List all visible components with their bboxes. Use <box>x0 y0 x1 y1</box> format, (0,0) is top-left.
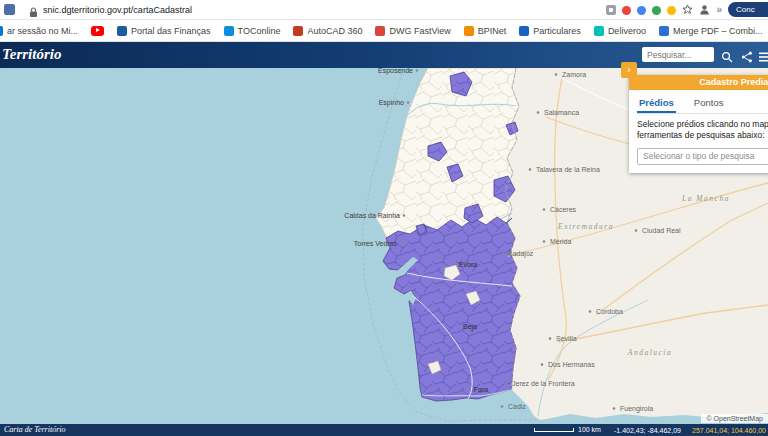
statusbar-values: 257.041,04; 104.460,00 <box>692 427 766 434</box>
map-label-es-city: Ciudad Real <box>642 227 681 234</box>
site-logo[interactable]: Território <box>2 46 61 63</box>
bookmark-favicon <box>224 26 234 36</box>
map-label-pt-town: Espinho <box>379 99 404 107</box>
page-favicon-icon <box>4 4 15 15</box>
map-label-es-city: Mérida <box>550 238 572 245</box>
bookmark-item[interactable]: Particulares <box>519 26 581 36</box>
bookmark-item[interactable]: Deliveroo <box>594 26 646 36</box>
map-label-es-city: Cádiz <box>508 403 526 410</box>
extension-icon-red[interactable] <box>622 6 631 15</box>
map-label-es-city: Sevilla <box>556 335 577 342</box>
bookmark-label: Deliveroo <box>608 26 646 36</box>
favorites-star-icon[interactable] <box>682 1 693 19</box>
map-label-selected-town: Beja <box>463 323 477 331</box>
bookmark-label: DWG FastView <box>389 26 450 36</box>
panel-title: Cadastro Predial <box>629 75 768 90</box>
cadastro-predial-panel: Cadastro Predial Prédios Pontos Selecion… <box>629 75 768 173</box>
browser-extension-icons: » <box>606 4 722 16</box>
extensions-puzzle-icon[interactable] <box>606 5 616 15</box>
map-label-es-city: Badajoz <box>508 250 534 258</box>
map-label-selected-town: Faro <box>474 386 489 393</box>
map-attribution[interactable]: © OpenStreetMap <box>701 414 768 423</box>
youtube-icon <box>91 26 104 36</box>
cursor-coordinates: -1.402,43; -84.462,09 <box>614 427 681 434</box>
bookmark-item-youtube[interactable] <box>91 26 104 36</box>
bookmark-favicon <box>519 26 529 36</box>
chevron-right-icon: › <box>627 64 630 75</box>
bookmark-label: Portal das Finanças <box>131 26 211 36</box>
map-label-es-city: Zamora <box>562 71 586 78</box>
bookmarks-bar: ar sessão no Mi... Portal das Finanças T… <box>0 20 768 42</box>
map-label-pt-town: Torres Vedras <box>354 240 398 247</box>
bookmark-favicon <box>0 26 3 36</box>
bookmark-label: ar sessão no Mi... <box>7 26 78 36</box>
bookmark-item[interactable]: TOConline <box>224 26 281 36</box>
status-bar: Carta de Território 100 km -1.402,43; -8… <box>0 424 768 436</box>
url-text[interactable]: snic.dgterritorio.gov.pt/cartaCadastral <box>43 4 192 16</box>
bookmark-item[interactable]: DWG FastView <box>375 26 450 36</box>
bookmark-favicon <box>293 26 303 36</box>
panel-collapse-button[interactable]: › <box>621 62 637 78</box>
bookmark-item[interactable]: Portal das Finanças <box>117 26 211 36</box>
map-label-pt-town: Esposende <box>378 68 413 75</box>
bookmark-label: AutoCAD 360 <box>307 26 362 36</box>
bookmark-label: Particulares <box>533 26 581 36</box>
browser-profile-pill[interactable]: Conc <box>728 2 768 17</box>
tab-pontos[interactable]: Pontos <box>692 95 726 113</box>
panel-body: Prédios Pontos Selecione prédios clicand… <box>629 90 768 173</box>
bookmark-favicon <box>464 26 474 36</box>
map-label-es-city: Cáceres <box>550 206 577 213</box>
map-label-region: La Mancha <box>681 194 730 203</box>
browser-address-bar: snic.dgterritorio.gov.pt/cartaCadastral … <box>0 0 768 20</box>
bookmark-item[interactable]: ar sessão no Mi... <box>0 26 78 36</box>
map-label-es-city: Talavera de la Reina <box>536 166 600 173</box>
panel-description: Selecione prédios clicando no mapa ou ut… <box>637 119 768 142</box>
search-icon[interactable] <box>721 49 733 67</box>
extension-icon-blue[interactable] <box>637 6 646 15</box>
map-label-es-city: Córdoba <box>596 308 623 315</box>
map-label-region: Extremadura <box>557 222 614 231</box>
map-label-region: Andalucía <box>627 348 672 357</box>
scale-line <box>534 428 574 432</box>
map-label-es-city: Fuengirola <box>620 405 653 413</box>
bookmark-label: BPINet <box>478 26 507 36</box>
scale-label: 100 km <box>578 426 601 433</box>
site-header: Território <box>0 42 768 68</box>
tab-predios[interactable]: Prédios <box>637 95 676 113</box>
bookmark-favicon <box>375 26 385 36</box>
bookmark-item[interactable]: AutoCAD 360 <box>293 26 362 36</box>
panel-tabs: Prédios Pontos <box>637 95 768 114</box>
bookmark-item[interactable]: Merge PDF – Combi... <box>659 26 763 36</box>
header-search-input[interactable] <box>642 47 714 62</box>
bookmark-label: TOConline <box>238 26 281 36</box>
browser-more-chevron-icon[interactable]: » <box>716 4 722 16</box>
bookmark-item[interactable]: BPINet <box>464 26 507 36</box>
search-type-select[interactable]: Selecionar o tipo de pesquisa <box>637 148 768 165</box>
extension-icon-green[interactable] <box>652 6 661 15</box>
bookmark-favicon <box>117 26 127 36</box>
extension-icon-orange[interactable] <box>667 6 676 15</box>
profile-icon[interactable] <box>699 1 710 19</box>
map-label-es-city: Jerez de la Frontera <box>512 380 575 387</box>
map-label-pt-town: Caldas da Rainha <box>344 212 400 219</box>
map-label-selected-town: Évora <box>459 260 477 268</box>
bookmark-favicon <box>659 26 669 36</box>
map-label-es-city: Salamanca <box>544 109 579 116</box>
statusbar-title: Carta de Território <box>4 425 66 434</box>
scale-bar: 100 km <box>534 426 601 433</box>
bookmark-favicon <box>594 26 604 36</box>
map-label-es-city: Dos Hermanas <box>548 361 595 368</box>
bookmark-label: Merge PDF – Combi... <box>673 26 763 36</box>
share-icon[interactable] <box>741 49 753 67</box>
menu-icon[interactable] <box>759 49 768 67</box>
